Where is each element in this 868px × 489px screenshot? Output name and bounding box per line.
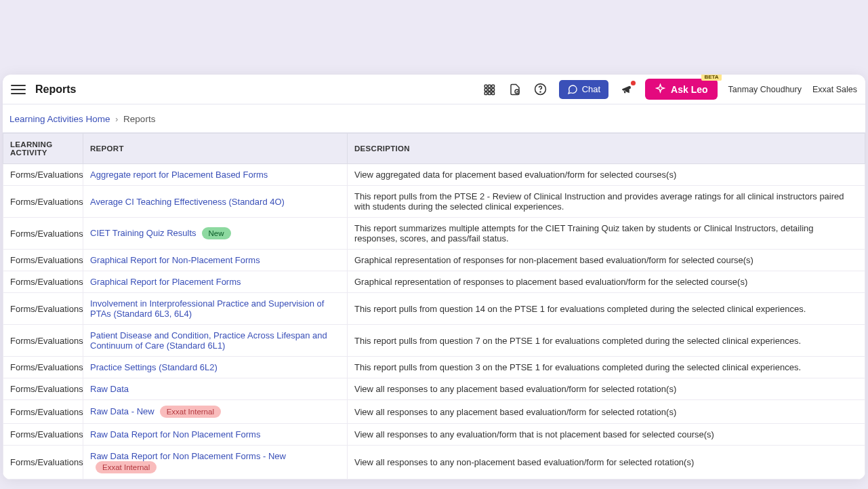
cell-report: Patient Disease and Condition, Practice … — [83, 325, 348, 357]
report-link[interactable]: Average CI Teaching Effectiveness (Stand… — [90, 197, 285, 207]
page-title: Reports — [35, 83, 76, 96]
report-link[interactable]: Raw Data Report for Non Placement Forms — [90, 429, 260, 439]
cell-activity: Forms/Evaluations — [3, 164, 83, 186]
svg-rect-1 — [488, 85, 491, 87]
svg-rect-6 — [484, 92, 487, 94]
report-link[interactable]: CIET Training Quiz Results — [90, 228, 197, 238]
document-icon[interactable] — [508, 82, 522, 97]
apps-grid-icon[interactable] — [482, 82, 497, 97]
chat-button[interactable]: Chat — [559, 80, 608, 99]
org-name[interactable]: Exxat Sales — [812, 85, 857, 94]
cell-report: Raw Data — [83, 378, 348, 400]
cell-description: View aggregated data for placement based… — [348, 164, 865, 186]
chevron-right-icon: › — [115, 115, 118, 124]
col-header-description: DESCRIPTION — [348, 134, 865, 164]
ask-leo-button[interactable]: Ask Leo — [645, 79, 717, 100]
cell-report: Involvement in Interprofessional Practic… — [83, 293, 348, 325]
table-row: Forms/EvaluationsPatient Disease and Con… — [3, 325, 865, 357]
cell-description: View all responses to any non-placement … — [348, 446, 865, 480]
breadcrumb: Learning Activities Home › Reports — [3, 104, 865, 132]
svg-rect-5 — [491, 88, 494, 91]
cell-description: This report pulls from the PTSE 2 - Revi… — [348, 186, 865, 218]
report-link[interactable]: Involvement in Interprofessional Practic… — [90, 298, 324, 319]
cell-report: Raw Data - NewExxat Internal — [83, 400, 348, 424]
cell-activity: Forms/Evaluations — [3, 357, 83, 378]
cell-activity: Forms/Evaluations — [3, 293, 83, 325]
cell-description: View all responses to any evaluation/for… — [348, 424, 865, 446]
cell-report: Graphical Report for Placement Forms — [83, 271, 348, 293]
sparkle-icon — [655, 83, 666, 95]
cell-report: Average CI Teaching Effectiveness (Stand… — [83, 186, 348, 218]
report-link[interactable]: Aggregate report for Placement Based For… — [90, 170, 268, 180]
cell-description: Graphical representation of responses to… — [348, 271, 865, 293]
cell-activity: Forms/Evaluations — [3, 250, 83, 271]
app-window: Reports — [3, 75, 865, 480]
help-icon[interactable] — [533, 82, 548, 97]
announcements-icon[interactable] — [619, 82, 634, 97]
table-row: Forms/EvaluationsGraphical Report for No… — [3, 250, 865, 271]
svg-rect-4 — [488, 88, 491, 91]
cell-description: View all responses to any placement base… — [348, 378, 865, 400]
cell-description: Graphical representation of responses fo… — [348, 250, 865, 271]
report-link[interactable]: Raw Data Report for Non Placement Forms … — [90, 451, 286, 461]
cell-report: CIET Training Quiz ResultsNew — [83, 218, 348, 250]
cell-activity: Forms/Evaluations — [3, 271, 83, 293]
cell-description: This report pulls from question 7 on the… — [348, 325, 865, 357]
report-link[interactable]: Practice Settings (Standard 6L2) — [90, 362, 218, 372]
cell-description: This report summarizes multiple attempts… — [348, 218, 865, 250]
cell-report: Graphical Report for Non-Placement Forms — [83, 250, 348, 271]
table-row: Forms/EvaluationsRaw Data Report for Non… — [3, 424, 865, 446]
svg-rect-8 — [491, 92, 494, 94]
cell-description: View all responses to any placement base… — [348, 400, 865, 424]
badge-internal: Exxat Internal — [160, 406, 221, 418]
header-bar: Reports — [3, 75, 865, 104]
report-link[interactable]: Graphical Report for Non-Placement Forms — [90, 255, 260, 265]
cell-activity: Forms/Evaluations — [3, 400, 83, 424]
table-row: Forms/EvaluationsAggregate report for Pl… — [3, 164, 865, 186]
svg-point-11 — [540, 92, 541, 92]
breadcrumb-home-link[interactable]: Learning Activities Home — [9, 114, 110, 124]
svg-rect-0 — [484, 85, 487, 87]
report-link[interactable]: Raw Data - New — [90, 406, 154, 416]
menu-icon[interactable] — [11, 82, 26, 97]
cell-report: Practice Settings (Standard 6L2) — [83, 357, 348, 378]
chat-label: Chat — [582, 84, 600, 94]
report-link[interactable]: Raw Data — [90, 384, 129, 394]
col-header-activity: LEARNING ACTIVITY — [3, 134, 83, 164]
cell-activity: Forms/Evaluations — [3, 218, 83, 250]
notification-dot — [631, 81, 636, 85]
cell-activity: Forms/Evaluations — [3, 446, 83, 480]
table-row: Forms/EvaluationsInvolvement in Interpro… — [3, 293, 865, 325]
beta-tag: BETA — [701, 75, 721, 81]
cell-report: Aggregate report for Placement Based For… — [83, 164, 348, 186]
cell-activity: Forms/Evaluations — [3, 424, 83, 446]
table-row: Forms/EvaluationsRaw DataView all respon… — [3, 378, 865, 400]
table-row: Forms/EvaluationsGraphical Report for Pl… — [3, 271, 865, 293]
svg-rect-3 — [484, 88, 487, 91]
ask-leo-label: Ask Leo — [671, 84, 707, 95]
svg-rect-2 — [491, 85, 494, 87]
chat-icon — [567, 84, 578, 95]
cell-report: Raw Data Report for Non Placement Forms … — [83, 446, 348, 480]
breadcrumb-current: Reports — [123, 114, 155, 124]
report-link[interactable]: Patient Disease and Condition, Practice … — [90, 330, 327, 351]
table-row: Forms/EvaluationsAverage CI Teaching Eff… — [3, 186, 865, 218]
cell-activity: Forms/Evaluations — [3, 378, 83, 400]
cell-report: Raw Data Report for Non Placement Forms — [83, 424, 348, 446]
badge-new: New — [202, 227, 231, 239]
col-header-report: REPORT — [83, 134, 348, 164]
ask-leo-wrap: Ask Leo BETA — [645, 79, 717, 100]
user-name[interactable]: Tanmay Choudhury — [728, 85, 802, 94]
table-row: Forms/EvaluationsRaw Data Report for Non… — [3, 446, 865, 480]
badge-internal: Exxat Internal — [96, 461, 157, 473]
cell-description: This report pulls from question 3 on the… — [348, 357, 865, 378]
cell-description: This report pulls from question 14 on th… — [348, 293, 865, 325]
reports-table: LEARNING ACTIVITY REPORT DESCRIPTION For… — [3, 133, 865, 480]
reports-table-area: LEARNING ACTIVITY REPORT DESCRIPTION For… — [3, 132, 865, 480]
table-row: Forms/EvaluationsRaw Data - NewExxat Int… — [3, 400, 865, 424]
report-link[interactable]: Graphical Report for Placement Forms — [90, 277, 241, 287]
header-right: Chat Ask Leo BETA Tanmay Choudhury Exxat… — [482, 79, 857, 100]
cell-activity: Forms/Evaluations — [3, 186, 83, 218]
table-row: Forms/EvaluationsPractice Settings (Stan… — [3, 357, 865, 378]
svg-rect-7 — [488, 92, 491, 94]
